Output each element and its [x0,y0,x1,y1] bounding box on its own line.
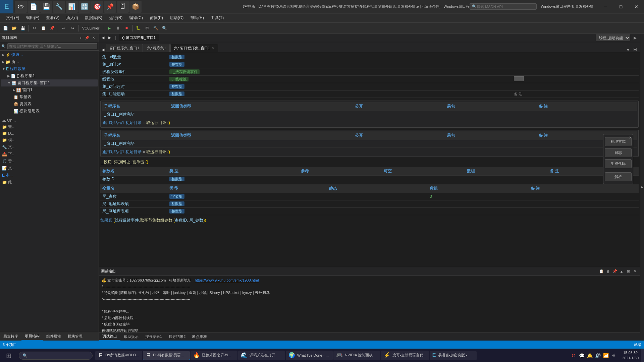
icon-pin[interactable]: 📌 [104,1,116,13]
float-btn-generate[interactable]: 生成代码 [605,159,632,168]
menu-edit[interactable]: 编辑(E) [22,14,43,22]
tb-save[interactable]: 💾 [19,24,27,32]
code-editor[interactable]: 集_url数量 整数型 集_url计次 整数型 线程反馈事件 L_线程反馈事件 [99,52,640,267]
tb-run[interactable]: ▶ [105,24,113,32]
right-panel-label[interactable]: ► [640,185,644,189]
vertical-split-icon[interactable]: ⊟ [632,47,639,52]
icon-pkg[interactable]: 📦 [129,1,142,13]
debug-icon-float[interactable]: ⊞ [625,268,631,275]
menu-window[interactable]: 窗体(P) [146,14,166,22]
tree-item-window-prog[interactable]: ▼ 🪟 窗口程序集_窗口1 [1,79,98,86]
tree-item-quick[interactable]: ▶ ⚡ 快速... [1,51,98,58]
menu-compile[interactable]: 编译(C) [126,14,146,22]
taskbar-search-input[interactable] [30,354,76,358]
var-type-int2[interactable]: 整数型 [169,201,184,206]
icon-target[interactable]: 🎯 [91,1,103,13]
nav-back[interactable]: ◀ [100,36,106,40]
project-search-input[interactable] [7,43,97,49]
menu-database[interactable]: 数据库(B) [82,14,106,22]
menu-view[interactable]: 查看(V) [43,14,63,22]
tree-item-misc2[interactable]: 📁 D... [1,130,98,136]
tree-item-misc1[interactable]: 📁 些... [1,123,98,130]
tb-copy[interactable]: 📋 [39,24,47,32]
icon-chart[interactable]: 📊 [66,1,78,13]
tb-undo[interactable]: ↩ [60,24,68,32]
menu-help[interactable]: 帮助(H) [187,14,207,22]
taskbar-app-6[interactable]: 🎮 NVIDIA 控制面板 [333,351,380,360]
taskbar-app-5[interactable]: 🌍 What I've Done - ... [286,351,333,360]
start-button[interactable]: ⊞ [0,349,17,362]
taskbar-app-2[interactable]: 🖥 D:\所有数据\易语... [143,351,190,360]
minimize-button[interactable]: ─ [598,0,613,13]
systray-icon-bell[interactable]: 🔔 [586,352,593,359]
tb-paste[interactable]: 📌 [48,24,56,32]
tb-settings[interactable]: ⚙ [143,24,151,32]
tree-item-misc4[interactable]: 🔧 文... [1,143,98,150]
icon-folder[interactable]: 🗁 [15,1,27,13]
type-badge3[interactable]: 整数型 [169,84,184,89]
tree-item-misc7[interactable]: 📝 文... [1,165,98,172]
menu-insert[interactable]: 插入(I) [63,14,81,22]
taskbar-app-1[interactable]: 🖥 D:\所有数据\VOLO... [95,351,142,360]
debug-icon-collapse[interactable]: ▲ [619,268,625,275]
taskbar-app-7[interactable]: ⚡ 凌哥-全新易语言代... [381,351,429,360]
panel-pin-icon[interactable]: 📌 [84,35,90,41]
debug-tab-search1[interactable]: 搜寻结果1 [142,333,165,340]
float-btn-parse[interactable]: 解析 [605,172,632,181]
tb-cut[interactable]: ✂ [31,24,39,32]
tab-module[interactable]: 模块管理 [64,333,86,340]
tab-nav-left[interactable]: ◀ [100,48,106,52]
show-desktop-button[interactable] [641,349,644,362]
tb-build[interactable]: 🔨 [152,24,160,32]
float-btn-handle[interactable]: 处理方式 [605,137,632,146]
close-button[interactable]: ✕ [629,0,644,13]
system-clock[interactable]: 15:08:39 2021/1/30 [620,350,641,361]
debug-link[interactable]: https://www.9ixuhu.com/emk/1908.html [195,278,259,282]
panel-collapse-icon[interactable]: ◂ [77,35,83,41]
debug-tab-breakpoint[interactable]: 断点堆栈 [189,333,210,340]
tree-item-misc8[interactable]: E 本... [1,172,98,179]
panel-close-icon[interactable]: ✕ [91,35,97,41]
icon-text[interactable]: 🔠 [78,1,91,13]
param-type-int[interactable]: 整数型 [169,177,184,181]
debug-icon-pin[interactable]: 📌 [612,268,618,275]
editor-tab-prog1[interactable]: 窗口程序集_窗口1 [106,44,143,52]
debug-icon-2[interactable]: 🗑 [605,268,611,275]
menu-file[interactable]: 文件(F) [3,14,22,22]
var-type-int3[interactable]: 整数型 [169,209,184,214]
icon-db[interactable]: 🗄 [117,1,129,13]
tab-more-icon[interactable]: ▼ [624,48,632,52]
tb-pause[interactable]: ⏸ [114,24,122,32]
tree-item-yc[interactable]: ▼ E 程序数量 [1,65,98,72]
msdn-search-input[interactable] [477,5,527,9]
editor-tab-prog-set[interactable]: 集: 程序集1 [144,44,170,52]
icon-new[interactable]: 📄 [28,1,40,13]
icon-tools[interactable]: 🔧 [53,1,65,13]
tree-item-onedrive[interactable]: ☁ On... [1,117,98,123]
menu-start[interactable]: 启动(O) [166,14,187,22]
tab-component[interactable]: 组件属性 [43,333,64,340]
maximize-button[interactable]: □ [613,0,629,13]
debug-tab-search2[interactable]: 搜寻结果2 [165,333,189,340]
tree-item-misc3[interactable]: 📁 模... [1,136,98,143]
debug-icon-close[interactable]: ✕ [632,268,638,275]
tree-item-all[interactable]: ▶ 📁 所... [1,58,98,65]
editor-tab-active[interactable]: 集: 窗口程序集_窗口1 ✕ [170,44,218,52]
type-badge[interactable]: 整数型 [169,55,184,59]
debug-tab-help[interactable]: 帮助提示 [120,333,142,340]
tab-project[interactable]: 项目结构 [21,332,43,341]
func-select[interactable]: 线程_启动功能 [596,35,630,41]
float-btn-log[interactable]: 日志 [605,148,632,157]
type-badge4[interactable]: 整数型 [169,92,184,96]
taskbar-app-8[interactable]: E 易语言-加密狗版 -... [430,351,477,360]
tab-support[interactable]: 易支持库 [0,333,21,340]
tb-search2[interactable]: 🔍 [160,24,168,32]
var-type-bytes[interactable]: 字节集 [169,194,184,199]
taskbar-app-4[interactable]: 🌊 源码关注在打开... [238,351,285,360]
tree-item-constants[interactable]: 📋 常量表 [1,94,98,101]
type-badge[interactable]: 整数型 [169,62,184,67]
taskbar-app-3[interactable]: 🔥 怪兽乐圈之群39... [191,351,237,360]
tb-redo[interactable]: ↪ [68,24,76,32]
msdn-search[interactable]: 🔍 [470,3,537,10]
float-panel-close[interactable]: ✕ [629,136,632,139]
